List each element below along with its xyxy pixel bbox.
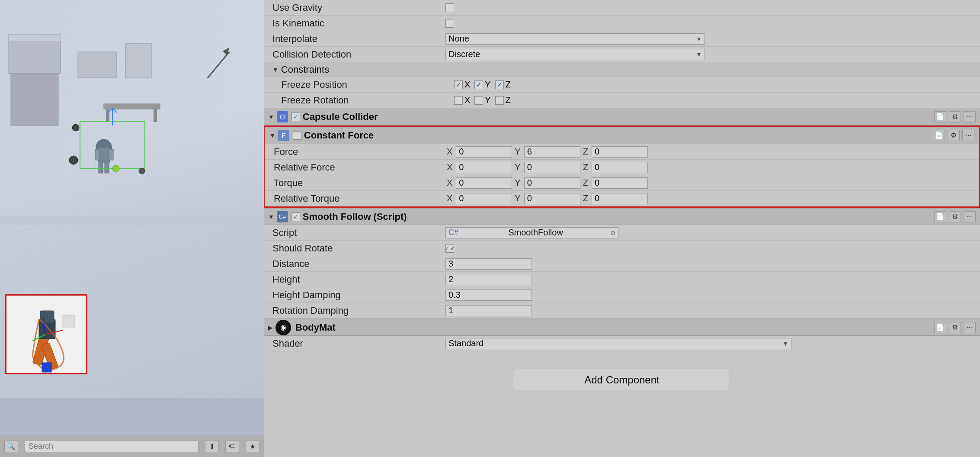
- svg-rect-18: [105, 161, 109, 173]
- height-damping-input[interactable]: [445, 290, 532, 301]
- freeze-rotation-label: Freeze Rotation: [281, 95, 454, 106]
- collision-detection-value[interactable]: Discrete ▼: [445, 49, 971, 60]
- distance-input[interactable]: [445, 258, 532, 270]
- capsule-enable-checkbox[interactable]: ✓: [291, 113, 300, 121]
- cf-actions: 📄 ⚙ ⋯: [933, 130, 974, 141]
- capsule-toggle[interactable]: ▼: [268, 113, 274, 120]
- svg-rect-32: [42, 363, 51, 372]
- script-value[interactable]: C# SmoothFollow ⊙: [445, 227, 971, 238]
- script-row: Script C# SmoothFollow ⊙: [264, 225, 980, 241]
- torque-y-input[interactable]: [524, 177, 580, 189]
- rotation-damping-value[interactable]: [445, 305, 971, 316]
- bm-toggle[interactable]: ▶: [268, 324, 273, 331]
- force-z-input[interactable]: [592, 146, 648, 158]
- freeze-rot-z-checkbox[interactable]: [495, 96, 504, 105]
- capsule-more-icon[interactable]: ⋯: [964, 111, 976, 122]
- body-mat-header[interactable]: ▶ ◉ BodyMat 📄 ⚙ ⋯: [264, 319, 980, 336]
- sf-settings-icon[interactable]: ⚙: [949, 211, 961, 222]
- add-component-button[interactable]: Add Component: [514, 369, 730, 390]
- freeze-pos-y-label: Y: [485, 80, 490, 90]
- add-component-area: Add Component: [264, 351, 980, 408]
- capsule-collider-header[interactable]: ▼ ⬡ ✓ Capsule Collider 📄 ⚙ ⋯: [264, 108, 980, 126]
- cf-enable-checkbox[interactable]: [293, 131, 301, 140]
- rf-x-label: X: [447, 162, 452, 172]
- torque-values: X Y Z: [447, 177, 970, 189]
- shader-dropdown[interactable]: Standard ▼: [445, 338, 791, 349]
- freeze-pos-z-label: Z: [506, 80, 511, 90]
- relative-force-row: Relative Force X Y Z: [265, 160, 979, 175]
- torque-z-input[interactable]: [592, 177, 648, 189]
- sf-page-icon[interactable]: 📄: [934, 211, 946, 222]
- force-y-input[interactable]: [524, 146, 580, 158]
- height-input[interactable]: [445, 274, 532, 285]
- sf-more-icon[interactable]: ⋯: [964, 211, 976, 222]
- freeze-pos-y-checkbox[interactable]: [474, 80, 483, 89]
- capsule-page-icon[interactable]: 📄: [934, 111, 946, 122]
- bm-page-icon[interactable]: 📄: [934, 322, 946, 333]
- bm-more-icon[interactable]: ⋯: [964, 322, 976, 333]
- preview-thumbnail[interactable]: [5, 294, 87, 374]
- constraints-toggle[interactable]: ▼: [272, 66, 279, 73]
- upload-icon[interactable]: ⬆: [205, 440, 219, 452]
- svg-point-25: [72, 124, 79, 131]
- collision-detection-row: Collision Detection Discrete ▼: [264, 47, 980, 62]
- shader-row: Shader Standard ▼: [264, 336, 980, 351]
- search-input[interactable]: [25, 440, 199, 452]
- torque-y-label: Y: [515, 178, 520, 188]
- rf-x-input[interactable]: [456, 162, 512, 173]
- interpolate-dropdown[interactable]: None ▼: [445, 33, 705, 45]
- rt-y-input[interactable]: [524, 193, 580, 204]
- force-values: X Y Z: [447, 146, 970, 158]
- height-label: Height: [272, 274, 445, 285]
- robot-preview-svg: [6, 296, 87, 374]
- interpolate-value[interactable]: None ▼: [445, 33, 971, 45]
- rt-z-input[interactable]: [592, 193, 648, 204]
- capsule-icon: ⬡: [277, 111, 288, 122]
- body-mat-glyph: ◉: [280, 323, 286, 331]
- relative-force-label: Relative Force: [274, 162, 447, 173]
- constant-force-header[interactable]: ▼ F Constant Force 📄 ⚙ ⋯: [265, 127, 979, 144]
- collision-detection-dropdown[interactable]: Discrete ▼: [445, 49, 705, 60]
- tag-icon[interactable]: 🏷: [225, 440, 239, 452]
- relative-force-values: X Y Z: [447, 162, 970, 173]
- constraints-header[interactable]: ▼ Constraints: [264, 62, 980, 77]
- shader-value[interactable]: Standard ▼: [445, 338, 971, 349]
- height-damping-value[interactable]: [445, 290, 971, 301]
- distance-value[interactable]: [445, 258, 971, 270]
- rt-x-input[interactable]: [456, 193, 512, 204]
- is-kinematic-checkbox[interactable]: [445, 19, 454, 28]
- rotation-damping-input[interactable]: [445, 305, 532, 316]
- cf-toggle[interactable]: ▼: [269, 132, 275, 139]
- star-icon[interactable]: ★: [246, 440, 259, 452]
- rf-z-input[interactable]: [592, 162, 648, 173]
- torque-x-label: X: [447, 178, 452, 188]
- script-dropdown[interactable]: C# SmoothFollow ⊙: [445, 227, 618, 238]
- freeze-pos-z-checkbox[interactable]: [495, 80, 504, 89]
- should-rotate-checkbox[interactable]: ✓: [445, 244, 454, 253]
- force-x-input[interactable]: [456, 146, 512, 158]
- smooth-follow-header[interactable]: ▼ C# ✓ Smooth Follow (Script) 📄 ⚙ ⋯: [264, 208, 980, 225]
- sf-actions: 📄 ⚙ ⋯: [934, 211, 976, 222]
- sf-title: Smooth Follow (Script): [303, 211, 934, 222]
- height-value[interactable]: [445, 274, 971, 285]
- torque-x-input[interactable]: [456, 177, 512, 189]
- cf-page-icon[interactable]: 📄: [933, 130, 945, 141]
- 3d-viewport[interactable]: [0, 0, 264, 398]
- freeze-pos-x-checkbox[interactable]: [454, 80, 463, 89]
- cf-more-icon[interactable]: ⋯: [962, 130, 974, 141]
- relative-torque-values: X Y Z: [447, 193, 970, 204]
- freeze-rot-x-checkbox[interactable]: [454, 96, 463, 105]
- freeze-rot-y-checkbox[interactable]: [474, 96, 483, 105]
- sf-toggle[interactable]: ▼: [268, 213, 274, 220]
- svg-rect-33: [63, 315, 75, 327]
- rf-y-input[interactable]: [524, 162, 580, 173]
- use-gravity-checkbox[interactable]: [445, 3, 454, 12]
- bm-settings-icon[interactable]: ⚙: [949, 322, 961, 333]
- svg-rect-15: [95, 149, 99, 160]
- sf-enable-checkbox[interactable]: ✓: [291, 212, 300, 221]
- capsule-settings-icon[interactable]: ⚙: [949, 111, 961, 122]
- relative-torque-row: Relative Torque X Y Z: [265, 191, 979, 206]
- use-gravity-row: Use Gravity: [264, 0, 980, 16]
- cf-settings-icon[interactable]: ⚙: [948, 130, 960, 141]
- torque-row: Torque X Y Z: [265, 175, 979, 191]
